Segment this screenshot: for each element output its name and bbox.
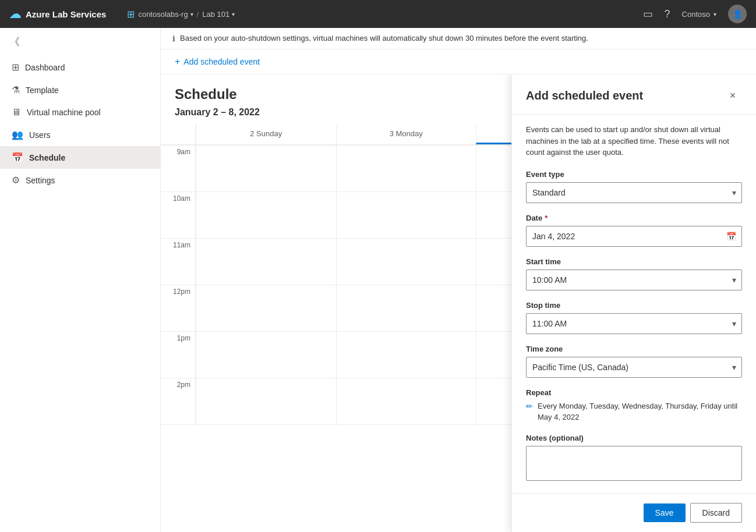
- flask-icon: ⚗: [12, 84, 20, 95]
- start-time-group: Start time 10:00 AM ▾: [526, 257, 742, 290]
- cal-cell-mon-11[interactable]: [336, 239, 476, 285]
- cloud-icon: ☁: [9, 7, 21, 21]
- date-label: Date *: [526, 214, 742, 222]
- sidebar: 《 ⊞ Dashboard ⚗ Template 🖥 Virtual machi…: [0, 28, 161, 532]
- breadcrumb-icon: ⊞: [127, 9, 135, 20]
- panel-body: Events can be used to start up and/or sh…: [512, 115, 756, 493]
- time-zone-select[interactable]: Pacific Time (US, Canada): [526, 357, 742, 378]
- add-event-panel: Add scheduled event × Events can be used…: [511, 75, 756, 532]
- repeat-row: ✏ Every Monday, Tuesday, Wednesday, Thur…: [526, 400, 742, 423]
- date-field[interactable]: Jan 4, 2022 📅: [526, 226, 742, 247]
- monitor-icon[interactable]: ▭: [643, 8, 653, 20]
- schedule-icon: 📅: [12, 152, 23, 163]
- repeat-value: Every Monday, Tuesday, Wednesday, Thursd…: [538, 400, 742, 423]
- repeat-group: Repeat ✏ Every Monday, Tuesday, Wednesda…: [526, 388, 742, 423]
- panel-description: Events can be used to start up and/or sh…: [526, 124, 742, 158]
- monitor-icon-2: 🖥: [12, 107, 21, 118]
- app-logo: ☁ Azure Lab Services: [9, 7, 106, 21]
- date-group: Date * Jan 4, 2022 📅: [526, 214, 742, 247]
- stop-time-label: Stop time: [526, 301, 742, 310]
- notes-group: Notes (optional): [526, 434, 742, 483]
- start-time-label: Start time: [526, 257, 742, 266]
- avatar[interactable]: 👤: [728, 5, 747, 23]
- grid-icon: ⊞: [12, 62, 19, 73]
- event-type-select-wrapper: Standard ▾: [526, 182, 742, 203]
- cal-cell-sun-10[interactable]: [196, 192, 336, 238]
- discard-button[interactable]: Discard: [690, 503, 742, 523]
- time-label-2pm: 2pm: [161, 378, 196, 424]
- time-label-11am: 11am: [161, 239, 196, 285]
- app-name: Azure Lab Services: [26, 9, 106, 19]
- cal-cell-sun-9[interactable]: [196, 146, 336, 191]
- cal-cell-mon-12[interactable]: [336, 285, 476, 331]
- people-icon: 👥: [12, 129, 23, 140]
- time-label-9am: 9am: [161, 146, 196, 191]
- gear-icon: ⚙: [12, 175, 20, 186]
- cal-cell-sun-11[interactable]: [196, 239, 336, 285]
- time-label-12pm: 12pm: [161, 285, 196, 331]
- day-header-monday: 3 Monday: [336, 125, 476, 144]
- sidebar-item-vm-pool[interactable]: 🖥 Virtual machine pool: [0, 101, 160, 123]
- schedule-header: + Add scheduled event: [161, 49, 756, 75]
- notes-input[interactable]: [526, 446, 742, 481]
- day-header-sunday: 2 Sunday: [196, 125, 336, 144]
- help-icon[interactable]: ?: [665, 8, 670, 20]
- panel-close-button[interactable]: ×: [723, 86, 742, 105]
- save-button[interactable]: Save: [644, 503, 686, 522]
- cal-cell-mon-9[interactable]: [336, 146, 476, 191]
- event-type-group: Event type Standard ▾: [526, 170, 742, 203]
- info-icon: ℹ: [172, 34, 175, 43]
- cal-cell-sun-12[interactable]: [196, 285, 336, 331]
- breadcrumb-resource-group[interactable]: contosolabs-rg ▾: [138, 10, 193, 19]
- sidebar-item-schedule[interactable]: 📅 Schedule: [0, 146, 160, 169]
- date-input-wrapper: Jan 4, 2022 📅: [526, 226, 742, 247]
- breadcrumb: ⊞ contosolabs-rg ▾ / Lab 101 ▾: [127, 9, 235, 20]
- sidebar-item-template[interactable]: ⚗ Template: [0, 79, 160, 101]
- chevron-left-icon: 《: [9, 35, 20, 49]
- time-label-1pm: 1pm: [161, 332, 196, 378]
- notes-label: Notes (optional): [526, 434, 742, 442]
- schedule-body: Schedule January 2 – 8, 2022 2 Sunday 3 …: [161, 75, 756, 532]
- edit-icon[interactable]: ✏: [526, 402, 533, 411]
- stop-time-select-wrapper: 11:00 AM ▾: [526, 313, 742, 334]
- panel-header: Add scheduled event ×: [512, 75, 756, 115]
- panel-footer: Save Discard: [512, 493, 756, 532]
- repeat-label: Repeat: [526, 388, 742, 397]
- time-zone-select-wrapper: Pacific Time (US, Canada) ▾: [526, 357, 742, 378]
- cal-cell-sun-2[interactable]: [196, 378, 336, 424]
- time-zone-label: Time zone: [526, 345, 742, 353]
- panel-container: Add scheduled event × Events can be used…: [748, 75, 756, 532]
- cal-cell-sun-1[interactable]: [196, 332, 336, 378]
- main-layout: 《 ⊞ Dashboard ⚗ Template 🖥 Virtual machi…: [0, 28, 756, 532]
- event-type-label: Event type: [526, 170, 742, 179]
- cal-cell-mon-10[interactable]: [336, 192, 476, 238]
- add-scheduled-event-button[interactable]: + Add scheduled event: [175, 56, 260, 67]
- plus-icon: +: [175, 56, 180, 67]
- sidebar-item-dashboard[interactable]: ⊞ Dashboard: [0, 56, 160, 79]
- sidebar-item-settings[interactable]: ⚙ Settings: [0, 169, 160, 191]
- sidebar-item-users[interactable]: 👥 Users: [0, 123, 160, 146]
- topbar-right: ▭ ? Contoso ▾ 👤: [643, 5, 747, 23]
- breadcrumb-lab[interactable]: Lab 101 ▾: [202, 10, 235, 19]
- topbar: ☁ Azure Lab Services ⊞ contosolabs-rg ▾ …: [0, 0, 756, 28]
- sidebar-collapse-button[interactable]: 《: [0, 28, 160, 56]
- chevron-down-icon-2: ▾: [232, 11, 235, 17]
- breadcrumb-separator: /: [197, 10, 199, 19]
- required-indicator: *: [545, 214, 547, 222]
- start-time-select[interactable]: 10:00 AM: [526, 269, 742, 290]
- chevron-down-icon: ▾: [190, 11, 193, 17]
- stop-time-select[interactable]: 11:00 AM: [526, 313, 742, 334]
- start-time-select-wrapper: 10:00 AM ▾: [526, 269, 742, 290]
- stop-time-group: Stop time 11:00 AM ▾: [526, 301, 742, 334]
- chevron-down-icon-3: ▾: [713, 11, 716, 17]
- account-menu[interactable]: Contoso ▾: [682, 10, 716, 19]
- time-zone-group: Time zone Pacific Time (US, Canada) ▾: [526, 345, 742, 378]
- calendar-icon[interactable]: 📅: [726, 232, 736, 241]
- event-type-select[interactable]: Standard: [526, 182, 742, 203]
- cal-cell-mon-1[interactable]: [336, 332, 476, 378]
- content-area: ℹ Based on your auto-shutdown settings, …: [161, 28, 756, 532]
- info-banner: ℹ Based on your auto-shutdown settings, …: [161, 28, 756, 49]
- time-label-10am: 10am: [161, 192, 196, 238]
- panel-title: Add scheduled event: [526, 89, 643, 102]
- cal-cell-mon-2[interactable]: [336, 378, 476, 424]
